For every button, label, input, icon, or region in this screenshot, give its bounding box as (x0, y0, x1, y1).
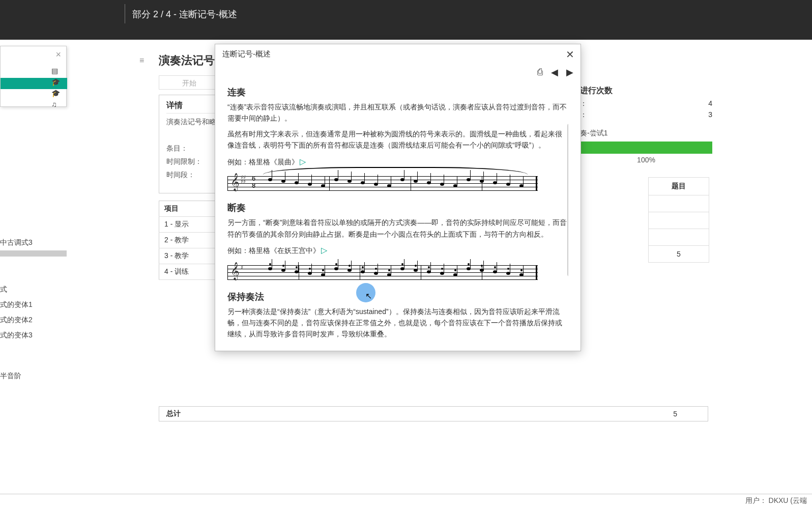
key-signature: ♯ (241, 265, 243, 269)
right-row: ：4 (580, 99, 712, 108)
entry-label: 条目： (166, 144, 202, 153)
play-icon[interactable]: ▷ (321, 246, 327, 255)
left-panel-icons: ▤ 🎓 🎓 ♫ (51, 67, 60, 108)
book-icon[interactable]: ▤ (51, 67, 60, 75)
right-col-header: 题目 (649, 178, 709, 195)
total-value: 5 (643, 410, 708, 418)
timelimit-label: 时间限制： (166, 157, 202, 166)
clef-icon: 𝄞 (230, 173, 240, 191)
total-label: 总计 (159, 409, 188, 418)
paragraph: 另一方面，“断奏”则意味着音符应以单独的或隔开的方式演奏——即，音符的实际持续时… (227, 217, 568, 240)
paragraph: “连奏”表示音符应该流畅地演奏或演唱，并且相互联系（或者换句话说，演奏者应该从音… (227, 101, 568, 124)
tree-item[interactable]: 式 (0, 282, 67, 297)
page-title: 部分 2 / 4 - 连断记号-概述 (132, 8, 237, 20)
close-icon[interactable]: ✕ (566, 48, 574, 61)
tree-item[interactable]: 式的变体1 (0, 297, 67, 313)
progress-bar (580, 142, 712, 154)
total-bar: 总计 5 (159, 406, 708, 421)
time-signature: 68 (252, 175, 255, 189)
top-bar: 部分 2 / 4 - 连断记号-概述 (0, 0, 812, 40)
example-line: 例如：格里格《在妖王宫中》▷ (227, 244, 568, 257)
attempt-label: 奏-尝试1 (580, 129, 712, 138)
paragraph: 另一种演奏法是“保持奏法”（意大利语为“sustained”）。保持奏法与连奏相… (227, 306, 568, 340)
right-header: 进行次数 (580, 86, 712, 96)
modal-toolbar: ⎙ ◀ ▶ (537, 67, 573, 78)
example-line: 例如：格里格《晨曲》▷ (227, 155, 568, 168)
tree-item[interactable]: 式的变体3 (0, 328, 67, 343)
right-table-value: 5 (649, 246, 709, 263)
status-bar: 用户： DKXU (云端 (0, 494, 812, 508)
close-icon[interactable]: × (55, 49, 61, 60)
user-label: 用户： DKXU (云端 (745, 496, 807, 505)
cap2-icon[interactable]: 🎓 (51, 89, 60, 97)
key-signature: ♯♯♯♯ (241, 175, 246, 183)
play-icon[interactable]: ▷ (300, 157, 306, 166)
next-icon[interactable]: ▶ (566, 67, 573, 78)
slur (263, 167, 528, 182)
start-button[interactable]: 开始 (159, 75, 220, 90)
left-tree: 中古调式3 式 式的变体1 式的变体2 式的变体3 半音阶 (0, 235, 67, 384)
hamburger-icon[interactable]: ≡ (139, 56, 144, 65)
music-staff: 𝄞 ♯♯♯♯ 68 (227, 172, 538, 195)
print-icon[interactable]: ⎙ (537, 67, 543, 78)
music-icon[interactable]: ♫ (51, 100, 60, 108)
modal-title: 连断记号-概述 (222, 49, 271, 59)
modal-content: 连奏 “连奏”表示音符应该流畅地演奏或演唱，并且相互联系（或者换句话说，演奏者应… (227, 83, 568, 344)
scrollbar[interactable] (567, 124, 568, 276)
tree-item[interactable]: 半音阶 (0, 369, 67, 384)
right-row: ：3 (580, 110, 712, 120)
right-column: 进行次数 ：4 ：3 奏-尝试1 (580, 86, 712, 138)
tree-item[interactable]: 中古调式3 (0, 235, 67, 250)
modal-dialog: 连断记号-概述 ✕ ⎙ ◀ ▶ 连奏 “连奏”表示音符应该流畅地演奏或演唱，并且… (215, 44, 581, 351)
section-heading: 连奏 (227, 86, 568, 98)
period-label: 时间段： (166, 171, 202, 180)
music-staff: 𝄞 ♯ (227, 261, 538, 285)
section-heading: 保持奏法 (227, 291, 568, 303)
prev-icon[interactable]: ◀ (551, 67, 558, 78)
clef-icon: 𝄞 (230, 262, 240, 280)
paragraph: 虽然有时用文字来表示，但连奏通常是用一种被称为圆滑线的符号来表示的。圆滑线是一种… (227, 128, 568, 151)
tree-item[interactable] (0, 250, 67, 257)
section-heading: 断奏 (227, 202, 568, 214)
tree-item[interactable]: 式的变体2 (0, 313, 67, 328)
topbar-divider (125, 4, 125, 23)
progress-percent: 100% (580, 156, 712, 164)
left-panel: × ▤ 🎓 🎓 ♫ (0, 46, 67, 107)
right-table: 题目 5 (648, 177, 709, 263)
cap-icon[interactable]: 🎓 (51, 78, 60, 86)
